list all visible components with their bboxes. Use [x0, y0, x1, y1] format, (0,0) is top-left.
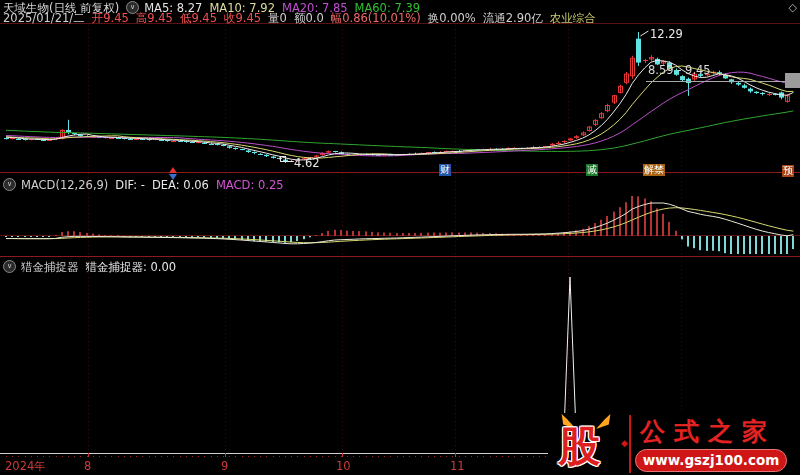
- axis-month-9: 9: [221, 459, 228, 473]
- high-price-label: 12.29: [650, 27, 683, 41]
- axis-month-8: 8: [84, 459, 91, 473]
- change-value: 幅0.86(10.01%): [331, 12, 421, 24]
- watermark-divider: [629, 415, 631, 473]
- macd-value: MACD: 0.25: [216, 179, 284, 191]
- high-value: 高9.45: [136, 12, 173, 24]
- range-label: 8.59 - 9.45: [648, 63, 711, 77]
- axis-year-label: 2024年: [5, 459, 46, 474]
- macd-panel-header: ∨ MACD(12,26,9) DIF: - DEA: 0.06 MACD: 0…: [3, 178, 291, 191]
- industry-label[interactable]: 农业综合: [550, 12, 596, 24]
- watermark-site-name: 公式之家: [640, 415, 776, 448]
- axis-month-10: 10: [336, 459, 351, 473]
- watermark-diamond-icon: ◆: [621, 438, 628, 448]
- signal-panel-header: ∨ 猎金捕捉器 猎金捕捉器: 0.00: [3, 260, 183, 273]
- low-price-label: 4.62: [294, 156, 320, 170]
- signal-value: 猎金捕捉器: 0.00: [86, 261, 177, 273]
- turnover-value: 换0.00%: [428, 12, 476, 24]
- float-shares-value: 流通2.90亿: [483, 12, 543, 24]
- collapse-macd-icon[interactable]: ∨: [3, 178, 16, 191]
- amount-value: 额0.0: [294, 12, 324, 24]
- event-badge-unlock[interactable]: 解禁: [643, 164, 665, 176]
- macd-indicator-name[interactable]: MACD(12,26,9): [21, 179, 108, 191]
- event-badge-forecast[interactable]: 预: [782, 165, 794, 177]
- dea-value: DEA: 0.06: [152, 179, 209, 191]
- dif-value: DIF: -: [115, 179, 145, 191]
- close-value: 收9.45: [224, 12, 261, 24]
- info-bar-line2: 2025/01/21/二 开9.45 高9.45 低9.45 收9.45 量0 …: [3, 12, 603, 24]
- watermark-stock-char: 股: [558, 419, 600, 475]
- volume-value: 量0: [268, 12, 287, 24]
- watermark-url: www.gszj100.com: [635, 449, 787, 472]
- event-badge-reduce[interactable]: 减: [586, 164, 598, 176]
- event-badge-finance[interactable]: 财: [439, 164, 451, 176]
- trading-app-window: 天域生物(日线 前复权) ∨ MA5: 8.27 MA10: 7.92 MA20…: [0, 0, 800, 475]
- low-value: 低9.45: [180, 12, 217, 24]
- diamond-icon: ◇: [789, 1, 797, 14]
- site-watermark: 股 ◆ 公式之家 www.gszj100.com: [548, 413, 800, 475]
- date-value: 2025/01/21/二: [3, 12, 85, 24]
- collapse-signal-icon[interactable]: ∨: [3, 260, 16, 273]
- axis-month-11: 11: [450, 459, 465, 473]
- open-value: 开9.45: [92, 12, 129, 24]
- signal-indicator-name[interactable]: 猎金捕捉器: [21, 261, 79, 273]
